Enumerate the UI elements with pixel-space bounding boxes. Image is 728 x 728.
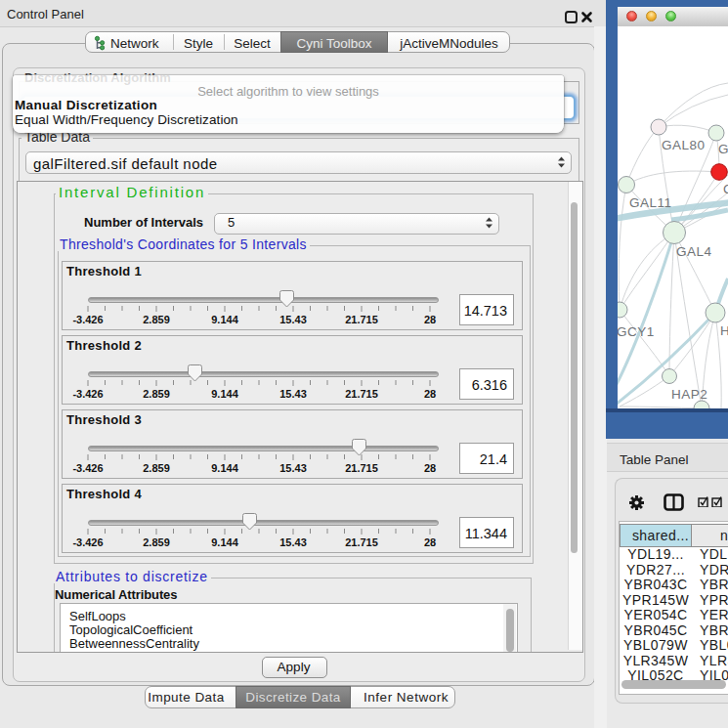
svg-text:GAL4: GAL4 bbox=[676, 244, 712, 259]
svg-text:HAP2: HAP2 bbox=[671, 387, 707, 402]
svg-text:H: H bbox=[720, 323, 728, 338]
svg-text:GAL80: GAL80 bbox=[662, 138, 706, 152]
svg-text:GCY1: GCY1 bbox=[618, 324, 655, 339]
svg-text:C: C bbox=[723, 182, 728, 196]
svg-text:G: G bbox=[718, 142, 728, 156]
svg-text:GAL11: GAL11 bbox=[629, 195, 672, 210]
